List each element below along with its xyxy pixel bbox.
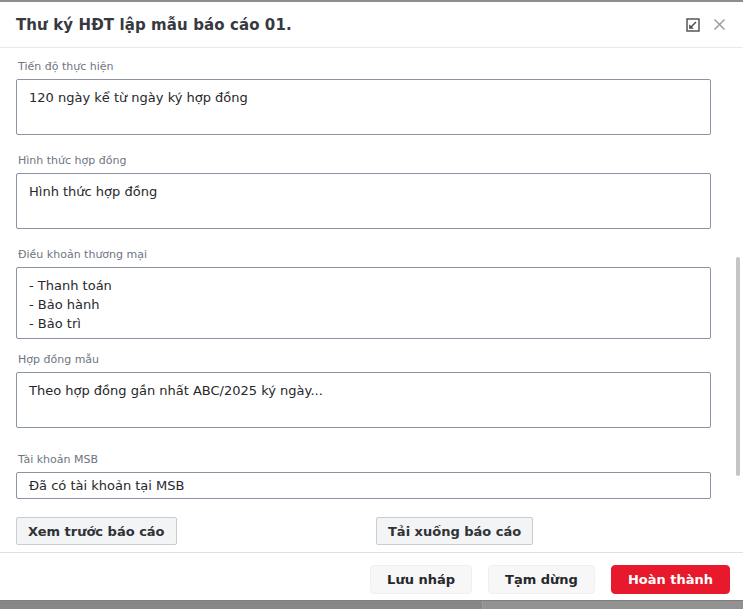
dialog-body: Tiến độ thực hiện 120 ngày kể từ ngày ký… (0, 48, 743, 552)
dialog-header: Thư ký HĐT lập mẫu báo cáo 01. (0, 2, 743, 48)
pause-button[interactable]: Tạm dừng (488, 565, 595, 594)
field-hinh-thuc-hop-dong: Hình thức hợp đồng Hình thức hợp đồng (16, 154, 711, 229)
screen: Thư ký HĐT lập mẫu báo cáo 01. (0, 0, 743, 609)
dialog-title: Thư ký HĐT lập mẫu báo cáo 01. (16, 16, 685, 34)
field-label: Hợp đồng mẫu (18, 353, 711, 366)
tien-do-thuc-hien-textarea[interactable]: 120 ngày kể từ ngày ký hợp đồng (16, 79, 711, 135)
close-icon[interactable] (711, 17, 727, 33)
field-label: Tiến độ thực hiện (18, 60, 711, 73)
horizontal-scrollbar[interactable] (0, 600, 743, 609)
field-tien-do-thuc-hien: Tiến độ thực hiện 120 ngày kể từ ngày ký… (16, 60, 711, 135)
download-report-button[interactable]: Tải xuống báo cáo (376, 517, 533, 545)
complete-button[interactable]: Hoàn thành (611, 565, 730, 594)
expand-icon[interactable] (685, 17, 701, 33)
field-tai-khoan-msb: Tài khoản MSB (16, 453, 711, 499)
preview-report-button[interactable]: Xem trước báo cáo (16, 517, 177, 545)
report-actions-row: Xem trước báo cáo Tải xuống báo cáo (16, 517, 711, 545)
hop-dong-mau-textarea[interactable]: Theo hợp đồng gần nhất ABC/2025 ký ngày.… (16, 372, 711, 428)
hinh-thuc-hop-dong-textarea[interactable]: Hình thức hợp đồng (16, 173, 711, 229)
dieu-khoan-thuong-mai-textarea[interactable]: - Thanh toán - Bảo hành - Bảo trì (16, 267, 711, 339)
field-hop-dong-mau: Hợp đồng mẫu Theo hợp đồng gần nhất ABC/… (16, 353, 711, 428)
field-label: Hình thức hợp đồng (18, 154, 711, 167)
field-dieu-khoan-thuong-mai: Điều khoản thương mại - Thanh toán - Bảo… (16, 248, 711, 339)
report-dialog: Thư ký HĐT lập mẫu báo cáo 01. (0, 2, 743, 600)
dialog-vertical-scrollbar[interactable] (736, 257, 740, 476)
dialog-footer: Lưu nháp Tạm dừng Hoàn thành (0, 552, 743, 601)
dialog-header-icons (685, 17, 727, 33)
save-draft-button[interactable]: Lưu nháp (370, 565, 472, 594)
horizontal-scrollbar-track (483, 601, 743, 609)
field-label: Điều khoản thương mại (18, 248, 711, 261)
tai-khoan-msb-input[interactable] (16, 472, 711, 499)
horizontal-scrollbar-thumb[interactable] (0, 601, 483, 609)
field-label: Tài khoản MSB (18, 453, 711, 466)
